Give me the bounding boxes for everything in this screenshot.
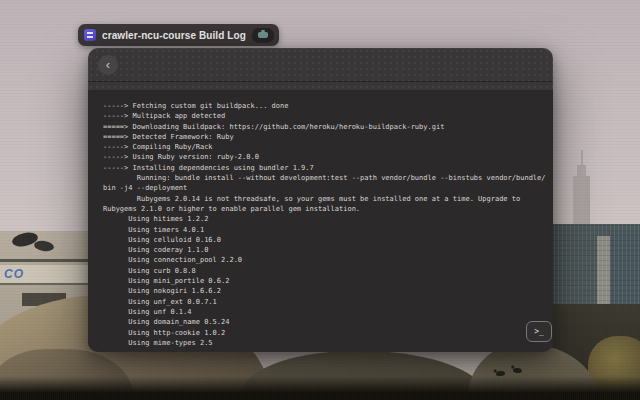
- log-line: Using hitimes 1.2.2: [103, 214, 549, 224]
- concrete-ledge: [0, 259, 92, 262]
- window-header: ‹: [88, 48, 553, 82]
- log-line: -----> Compiling Ruby/Rack: [103, 142, 549, 152]
- log-line: Rubygems 2.1.0 or higher to enable paral…: [103, 204, 549, 214]
- log-lines: -----> Fetching custom git buildpack... …: [103, 101, 549, 348]
- log-line: Using timers 4.0.1: [103, 225, 549, 235]
- build-log-tab[interactable]: crawler-ncu-course Build Log: [78, 24, 279, 46]
- terminal-prompt-icon: >_: [534, 328, 544, 336]
- screen: CO crawler-ncu-course Build Log ‹ ----->…: [0, 0, 640, 400]
- terminal-toggle-button[interactable]: >_: [526, 321, 552, 342]
- pigeon-silhouette: [513, 368, 522, 374]
- log-line: Rubygems 2.0.14 is not threadsafe, so yo…: [103, 194, 549, 204]
- log-line: Using domain_name 0.5.24: [103, 317, 549, 327]
- log-line: Using mini_portile 0.6.2: [103, 276, 549, 286]
- log-line: Using http-cookie 1.0.2: [103, 328, 549, 338]
- app-logo-icon: [84, 29, 96, 41]
- log-line: Running: bundle install --without develo…: [103, 173, 549, 183]
- build-log-output[interactable]: -----> Fetching custom git buildpack... …: [88, 90, 553, 352]
- log-line: -----> Fetching custom git buildpack... …: [103, 101, 549, 111]
- camera-button[interactable]: [252, 28, 274, 43]
- log-line: -----> Installing dependencies using bun…: [103, 163, 549, 173]
- log-line: Using nokogiri 1.6.6.2: [103, 286, 549, 296]
- log-line: =====> Downloading Buildpack: https://gi…: [103, 122, 549, 132]
- back-button[interactable]: ‹: [98, 55, 118, 75]
- log-line: -----> Using Ruby version: ruby-2.0.0: [103, 152, 549, 162]
- build-log-window: ‹ -----> Fetching custom git buildpack..…: [88, 48, 553, 352]
- log-line: =====> Detected Framework: Ruby: [103, 132, 549, 142]
- tab-title: crawler-ncu-course Build Log: [102, 30, 246, 41]
- log-line: Using connection_pool 2.2.0: [103, 255, 549, 265]
- chevron-left-icon: ‹: [106, 58, 110, 71]
- log-line: Using mime-types 2.5: [103, 338, 549, 348]
- log-line: Using unf_ext 0.0.7.1: [103, 297, 549, 307]
- empire-state-building: [573, 176, 590, 228]
- graffiti-scribble: [33, 240, 54, 253]
- log-line: Using unf 0.1.4: [103, 307, 549, 317]
- graffiti-text: CO: [4, 267, 24, 281]
- log-line: bin -j4 --deployment: [103, 183, 549, 193]
- log-line: Using curb 0.8.8: [103, 266, 549, 276]
- city-skyline: [538, 224, 640, 316]
- log-line: -----> Multipack app detected: [103, 111, 549, 121]
- camera-icon: [258, 32, 268, 38]
- foreground-shadow: [0, 376, 640, 400]
- log-line: Using celluloid 0.16.0: [103, 235, 549, 245]
- log-line: Using coderay 1.1.0: [103, 245, 549, 255]
